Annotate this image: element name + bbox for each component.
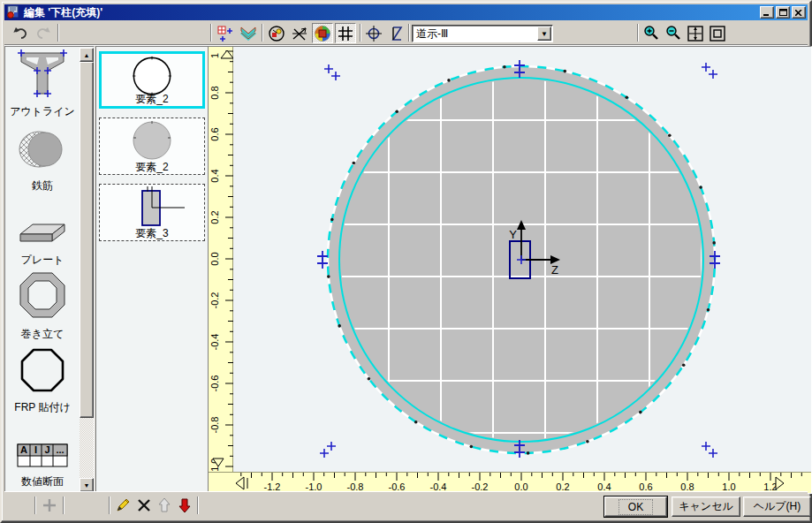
palette-item-label: アウトライン [10,104,75,119]
maximize-button[interactable] [776,6,790,19]
palette-item-label: 巻き立て [21,327,65,342]
edit-pencil-icon [114,496,132,514]
scroll-down-icon[interactable]: ▼ [80,478,94,492]
scroll-up-icon[interactable]: ▲ [80,48,94,62]
rect-section-thumbnail [100,186,204,228]
chevron-down-icon[interactable]: ▼ [537,27,551,41]
jacket-icon [17,269,68,324]
move-down-button[interactable] [175,496,194,515]
app-icon [6,5,20,19]
circle-outline-thumbnail [102,56,202,97]
axis-label-y: Y [509,228,517,241]
svg-text:-0.2: -0.2 [209,292,220,309]
circle-filled-thumbnail [100,120,204,162]
vertical-ruler: 10.80.60.40.20.0-0.2-0.4-0.6-0.8-1.0 [209,47,233,472]
zoom-extents-button[interactable] [707,23,728,43]
grid-icon [338,26,353,42]
edit-pencil-button[interactable] [113,496,133,515]
standard-combobox-value: 道示-Ⅲ [413,27,537,42]
ruler-marker-left[interactable] [236,477,244,489]
edit-section-window: 編集 '下柱(充填)' [0,0,812,523]
footer-bar: OK キャンセル ヘルプ(H) [4,491,808,519]
cancel-button[interactable]: キャンセル [672,496,740,517]
plate-icon [15,220,70,250]
display-settings-icon [268,25,285,42]
fill-color-button[interactable] [312,23,333,43]
svg-text:0.2: 0.2 [209,210,220,224]
palette-item-5[interactable]: FRP 貼付け [6,345,79,419]
zoom-extents-icon [709,25,726,42]
palette-item-label: FRP 貼付け [14,400,70,415]
grid-button[interactable] [335,23,356,43]
apply-chevron-icon [239,26,257,42]
section-drawing[interactable]: YZ [233,47,811,472]
ok-button[interactable]: OK [604,496,667,517]
move-up-button[interactable] [155,496,174,515]
display-settings-button[interactable] [266,23,287,43]
help-button-label: ヘルプ(H) [754,499,801,514]
axes-button[interactable] [289,23,310,43]
element-list-panel: 要素_2 要素_2 要素_3 [95,46,209,494]
scrollbar-thumb[interactable] [80,62,94,418]
svg-text:0.4: 0.4 [209,169,220,182]
element-item-label: 要素_2 [135,161,168,173]
palette-item-4[interactable]: 巻き立て [6,270,79,345]
circle-center-button[interactable] [363,23,384,43]
undo-icon [12,27,28,41]
palette-item-1[interactable]: アウトライン [6,48,79,122]
cancel-button-label: キャンセル [679,499,732,514]
svg-text:-0.4: -0.4 [209,334,220,351]
palette-scrollbar[interactable]: ▲ ▼ [80,48,94,492]
palette-item-2[interactable]: 鉄筋 [6,122,79,196]
apply-button[interactable] [238,23,259,43]
delete-x-button[interactable] [134,496,154,515]
close-button[interactable] [792,6,806,19]
axes-icon [291,25,308,42]
element-item-1-selected[interactable]: 要素_2 [99,51,205,109]
element-item-label: 要素_3 [135,227,168,239]
zoom-in-icon [642,25,660,42]
zoom-out-button[interactable] [663,23,684,43]
axis-label-z: Z [551,263,558,277]
redo-button[interactable] [33,23,54,43]
palette-item-label: 鉄筋 [32,178,53,193]
svg-text:A: A [20,444,27,455]
element-item-2[interactable]: 要素_2 [99,117,205,175]
minimize-button[interactable] [760,6,774,19]
zoom-fit-button[interactable] [685,23,706,43]
fill-color-icon [314,25,331,42]
numeric-section-icon: A I J ... [17,443,68,472]
svg-text:0.8: 0.8 [209,86,220,99]
ruler-marker-right[interactable] [776,477,784,489]
tool-palette-panel: アウトライン 鉄筋 プレート 巻き立て FRP 貼付け A I J ... 数値… [4,46,95,494]
standard-combobox[interactable]: 道示-Ⅲ ▼ [412,25,553,42]
section-shape-button[interactable] [386,23,407,43]
svg-text:-0.6: -0.6 [209,375,220,392]
add-element-button[interactable] [215,23,236,43]
svg-text:0.0: 0.0 [209,252,220,265]
delete-x-icon [137,498,151,512]
zoom-out-icon [664,25,682,42]
element-item-3[interactable]: 要素_3 [99,184,205,241]
section-shape-icon [389,25,405,42]
palette-item-3[interactable]: プレート [6,196,79,270]
frp-icon [19,346,66,398]
drawing-canvas[interactable]: YZ [233,47,811,472]
svg-text:-0.8: -0.8 [209,417,220,434]
palette-item-label: 数値断面 [21,474,64,489]
canvas-area: 10.80.60.40.20.0-0.2-0.4-0.6-0.8-1.0 -1.… [208,46,812,494]
undo-button[interactable] [10,23,31,43]
move-down-icon [178,497,192,513]
ok-button-label: OK [618,499,653,515]
svg-text:J: J [44,444,49,455]
rebar-icon [16,126,69,176]
add-plus-icon [42,498,57,512]
svg-text:I: I [34,444,37,455]
palette-item-6[interactable]: A I J ... 数値断面 [6,418,79,492]
horizontal-ruler: -1.2-1.0-0.8-0.6-0.4-0.20.00.20.40.60.81… [209,472,811,493]
add-plus-button[interactable] [40,496,59,515]
zoom-in-button[interactable] [641,23,662,43]
help-button[interactable]: ヘルプ(H) [743,496,811,517]
circle-center-icon [365,25,383,42]
title-bar[interactable]: 編集 '下柱(充填)' [4,4,808,20]
